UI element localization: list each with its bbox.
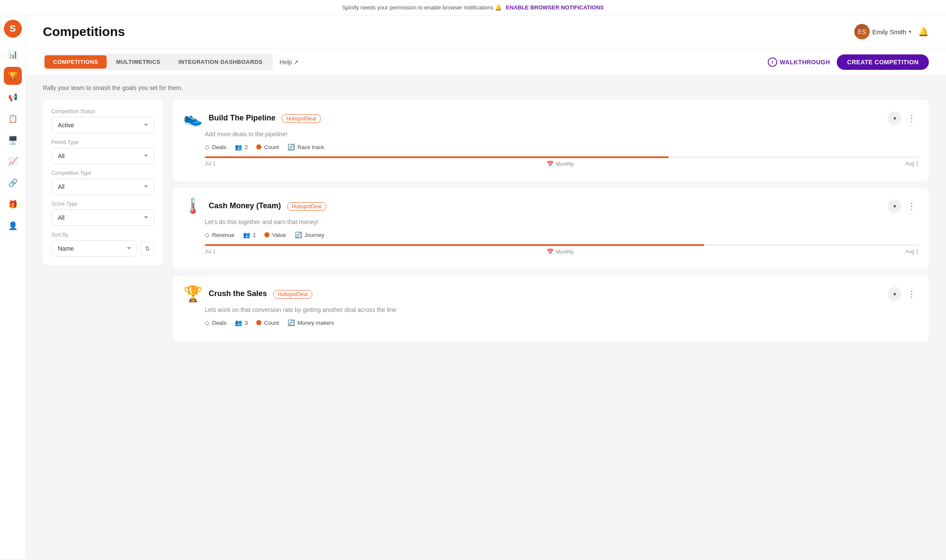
- competition-meta: ◇ Revenue 👥 1 Value: [205, 231, 919, 238]
- sidebar-item-tv[interactable]: 🖥️: [4, 131, 22, 149]
- progress-bar-fill: [205, 244, 704, 246]
- sort-row: Name Date Created Status ⇅: [51, 240, 154, 257]
- sidebar-item-users[interactable]: 👤: [4, 217, 22, 235]
- competition-type-select[interactable]: All Individual Team: [51, 179, 154, 195]
- date-end: Aug 1: [905, 249, 919, 255]
- filter-group-status: Competition Status Active Inactive All: [51, 108, 154, 133]
- competitions-list: 👟 Build The Pipeline HubspotDeal ▾ ⋮: [173, 100, 929, 341]
- progress-center: 📅 Monthly: [547, 249, 574, 255]
- competition-meta: ◇ Deals 👥 3 Count: [205, 319, 919, 326]
- enable-notifications-link[interactable]: ENABLE BROWSER NOTIFICATIONS: [506, 4, 604, 11]
- score-type-label: Score Type: [51, 201, 154, 207]
- more-options-button[interactable]: ⋮: [905, 111, 919, 125]
- competition-title-group: Crush the Sales HubspotDeal: [209, 289, 312, 299]
- meta-score-type: Count: [256, 144, 279, 150]
- participants-icon: 👥: [235, 144, 242, 150]
- user-name: Emily Smith: [872, 28, 906, 36]
- tab-group: COMPETITIONS MULTIMETRICS INTEGRATION DA…: [43, 54, 273, 70]
- expand-button[interactable]: ▾: [888, 287, 901, 301]
- sort-by-select[interactable]: Name Date Created Status: [51, 240, 137, 257]
- more-options-button[interactable]: ⋮: [905, 287, 919, 301]
- page-content: Rally your team to smash the goals you s…: [26, 76, 946, 559]
- walkthrough-button[interactable]: i WALKTHROUGH: [768, 57, 830, 67]
- tabs-bar: COMPETITIONS MULTIMETRICS INTEGRATION DA…: [26, 48, 946, 76]
- tv-icon: 🖥️: [8, 135, 18, 145]
- competition-description: Let's do this together and earn that mon…: [205, 219, 919, 225]
- sidebar-item-announcements[interactable]: 📢: [4, 88, 22, 106]
- date-start: Jul 1: [205, 249, 216, 255]
- main-area: Competitions ES Emily Smith ▾ 🔔 COMPETIT…: [26, 15, 946, 559]
- score-dot: [264, 232, 269, 237]
- competition-icon: 🏆: [183, 285, 203, 303]
- score-dot: [256, 144, 261, 150]
- expand-button[interactable]: ▾: [888, 199, 901, 213]
- meta-participants: 👥 3: [235, 319, 248, 326]
- competition-card-actions: ▾ ⋮: [888, 287, 919, 301]
- meta-participants: 👥 2: [235, 144, 248, 150]
- tab-multimetrics[interactable]: MULTIMETRICS: [108, 55, 169, 69]
- competition-type-label: Competition Type: [51, 170, 154, 176]
- competition-card-actions: ▾ ⋮: [888, 199, 919, 213]
- progress-dates: Jul 1 📅 Monthly Aug 1: [205, 161, 919, 167]
- integrations-icon: 🔗: [8, 178, 18, 188]
- metric-label: Deals: [212, 320, 226, 326]
- meta-participants: 👥 1: [243, 231, 256, 238]
- competition-card-header: 👟 Build The Pipeline HubspotDeal ▾ ⋮: [183, 109, 919, 127]
- expand-button[interactable]: ▾: [888, 111, 901, 125]
- avatar: ES: [854, 24, 870, 39]
- page-subtitle: Rally your team to smash the goals you s…: [43, 84, 929, 91]
- sidebar-item-trends[interactable]: 📈: [4, 153, 22, 171]
- sidebar-logo[interactable]: S: [4, 20, 22, 38]
- competition-card-left: 🏆 Crush the Sales HubspotDeal: [183, 285, 312, 303]
- notification-bell-button[interactable]: 🔔: [918, 27, 929, 37]
- period-type-select[interactable]: All Daily Weekly Monthly: [51, 148, 154, 164]
- sidebar-item-competitions[interactable]: 🏆: [4, 67, 22, 85]
- metric-icon: ◇: [205, 144, 210, 150]
- tab-integration-dashboards[interactable]: INTEGRATION DASHBOARDS: [170, 55, 271, 69]
- notification-text: Spinify needs your permission to enable …: [342, 4, 494, 11]
- participants-icon: 👥: [243, 231, 250, 238]
- filter-group-period: Period Type All Daily Weekly Monthly: [51, 139, 154, 164]
- rewards-icon: 🎁: [8, 200, 18, 209]
- filter-group-score-type: Score Type All Count Value Percentage: [51, 201, 154, 226]
- walkthrough-label: WALKTHROUGH: [780, 59, 830, 66]
- sidebar-item-reports[interactable]: 📋: [4, 110, 22, 128]
- tab-competitions[interactable]: COMPETITIONS: [45, 55, 107, 69]
- score-dot: [256, 320, 261, 325]
- filters-panel: Competition Status Active Inactive All P…: [43, 100, 163, 265]
- progress-dates: Jul 1 📅 Monthly Aug 1: [205, 249, 919, 255]
- sidebar-item-rewards[interactable]: 🎁: [4, 195, 22, 213]
- participants-count: 3: [245, 320, 248, 326]
- sidebar-item-integrations[interactable]: 🔗: [4, 174, 22, 192]
- competition-card: 🏆 Crush the Sales HubspotDeal ▾ ⋮: [173, 276, 929, 341]
- competition-status-select[interactable]: Active Inactive All: [51, 117, 154, 133]
- competition-icon: 🌡️: [183, 197, 203, 215]
- competition-description: Add more deals to the pipeline!: [205, 131, 919, 138]
- help-label: Help: [280, 59, 292, 66]
- metric-icon: ◇: [205, 231, 210, 238]
- layout-label: Race track: [297, 144, 324, 150]
- competition-badge: HubspotDeal: [287, 202, 326, 211]
- create-competition-button[interactable]: CREATE COMPETITION: [837, 54, 929, 70]
- analytics-icon: 📊: [8, 50, 18, 59]
- content-layout: Competition Status Active Inactive All P…: [43, 100, 929, 341]
- meta-metric: ◇ Deals: [205, 144, 226, 150]
- score-type-label: Count: [264, 144, 279, 150]
- user-dropdown[interactable]: ES Emily Smith ▾: [854, 24, 911, 39]
- sort-order-button[interactable]: ⇅: [141, 242, 154, 255]
- trends-icon: 📈: [8, 157, 18, 166]
- users-icon: 👤: [8, 221, 18, 231]
- meta-metric: ◇ Deals: [205, 319, 226, 326]
- competition-title: Build The Pipeline: [209, 114, 275, 122]
- competition-card-header: 🏆 Crush the Sales HubspotDeal ▾ ⋮: [183, 285, 919, 303]
- score-type-label: Count: [264, 320, 279, 326]
- competition-title-group: Build The Pipeline HubspotDeal: [209, 114, 321, 123]
- layout-icon: 🔄: [287, 144, 295, 150]
- filter-group-sort: Sort By Name Date Created Status ⇅: [51, 232, 154, 257]
- sidebar-item-analytics[interactable]: 📊: [4, 45, 22, 63]
- more-options-button[interactable]: ⋮: [905, 199, 919, 213]
- help-link[interactable]: Help ↗: [280, 59, 299, 66]
- score-type-select[interactable]: All Count Value Percentage: [51, 210, 154, 226]
- date-period: Monthly: [556, 249, 574, 255]
- participants-count: 2: [245, 144, 248, 150]
